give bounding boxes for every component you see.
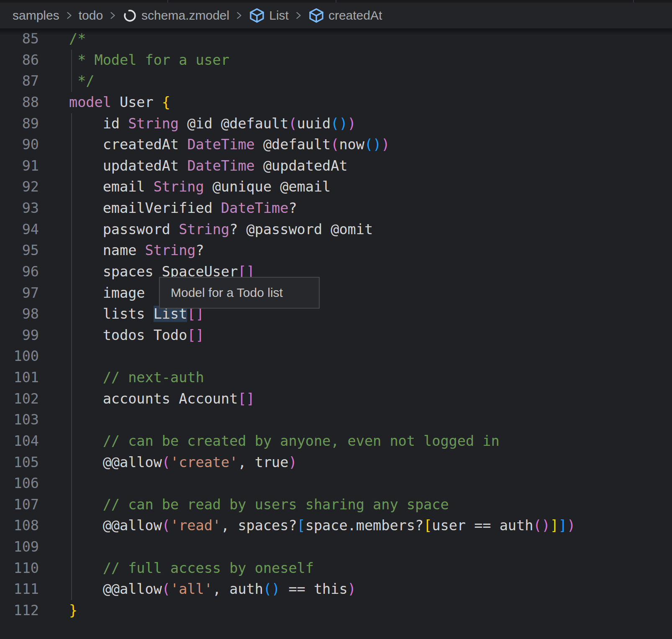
code-text: * Model for a user <box>39 50 229 71</box>
code-token: ? <box>196 242 204 258</box>
chevron-right-icon <box>107 10 118 21</box>
code-token: ) <box>381 136 390 153</box>
line-number: 104 <box>0 431 39 452</box>
breadcrumb-item-schema-zmodel[interactable]: schema.zmodel <box>122 8 229 23</box>
code-token: ( <box>162 581 170 597</box>
code-line-97[interactable]: 97 image <box>0 283 672 304</box>
breadcrumb-label: schema.zmodel <box>141 8 229 23</box>
code-line-90[interactable]: 90 createdAt DateTime @default(now()) <box>0 134 672 156</box>
line-number: 109 <box>0 537 39 558</box>
code-token: ) <box>348 115 356 132</box>
breadcrumb-item-todo[interactable]: todo <box>79 8 103 23</box>
code-text: emailVerified DateTime? <box>39 198 297 219</box>
code-text: password String? @password @omit <box>39 219 373 240</box>
line-number: 102 <box>0 389 39 410</box>
code-line-99[interactable]: 99 todos Todo[] <box>0 325 672 346</box>
code-token: () <box>364 136 381 153</box>
code-token: [] <box>187 327 204 343</box>
breadcrumb-item-list[interactable]: List <box>249 7 289 24</box>
code-token: 'read' <box>170 517 221 534</box>
breadcrumb-label: List <box>269 8 289 23</box>
code-editor[interactable]: 85/*86 * Model for a user87 */88model Us… <box>0 28 672 639</box>
code-token: @id @default <box>179 115 288 132</box>
chevron-right-icon <box>233 10 245 21</box>
code-token: // can be created by anyone, even not lo… <box>69 433 500 449</box>
code-line-107[interactable]: 107 // can be read by users sharing any … <box>0 494 672 516</box>
code-line-106[interactable]: 106 <box>0 473 672 494</box>
code-token: ( <box>162 454 170 470</box>
code-text: updatedAt DateTime @updatedAt <box>39 156 348 177</box>
line-number: 90 <box>0 134 39 156</box>
line-number: 96 <box>0 261 39 283</box>
code-token: @@allow <box>69 517 162 534</box>
code-line-91[interactable]: 91 updatedAt DateTime @updatedAt <box>0 156 672 177</box>
line-number: 101 <box>0 367 39 389</box>
code-line-110[interactable]: 110 // full access by oneself <box>0 558 672 579</box>
code-line-105[interactable]: 105 @@allow('create', true) <box>0 452 672 473</box>
code-token: name <box>69 242 145 258</box>
code-token: ? @password @omit <box>229 221 373 238</box>
line-number: 107 <box>0 494 39 516</box>
code-line-108[interactable]: 108 @@allow('read', spaces?[space.member… <box>0 515 672 537</box>
breadcrumb-label: createdAt <box>328 8 382 23</box>
code-token: space.members? <box>305 517 423 534</box>
code-token: ( <box>288 115 297 132</box>
line-number: 105 <box>0 452 39 473</box>
code-token: */ <box>69 73 95 89</box>
code-token: [ <box>423 517 432 534</box>
chevron-right-icon <box>63 10 75 21</box>
code-line-94[interactable]: 94 password String? @password @omit <box>0 219 672 240</box>
code-token: image <box>69 285 145 301</box>
line-number: 112 <box>0 600 39 621</box>
code-token: ? <box>288 200 297 216</box>
code-text: model User { <box>39 92 170 113</box>
line-number: 106 <box>0 473 39 494</box>
code-line-112[interactable]: 112} <box>0 600 672 621</box>
code-token: @default <box>255 136 331 153</box>
code-line-109[interactable]: 109 <box>0 537 672 558</box>
line-number: 89 <box>0 113 39 135</box>
code-token: [ <box>297 517 305 534</box>
code-token: () <box>331 115 347 132</box>
code-line-104[interactable]: 104 // can be created by anyone, even no… <box>0 431 672 452</box>
code-token: lists <box>69 306 154 322</box>
code-line-89[interactable]: 89 id String @id @default(uuid()) <box>0 113 672 135</box>
code-token: () <box>533 517 550 534</box>
code-token: DateTime <box>187 158 254 174</box>
code-line-85[interactable]: 85/* <box>0 28 672 50</box>
breadcrumb-label: todo <box>79 8 103 23</box>
code-text: } <box>39 600 77 621</box>
code-line-88[interactable]: 88model User { <box>0 92 672 113</box>
code-token: * Model for a user <box>69 52 229 68</box>
code-line-100[interactable]: 100 <box>0 346 672 367</box>
code-token: ( <box>331 136 339 153</box>
code-token: , spaces? <box>221 517 297 534</box>
code-line-87[interactable]: 87 */ <box>0 71 672 92</box>
breadcrumb-item-samples[interactable]: samples <box>13 8 59 23</box>
code-token: User <box>111 94 162 110</box>
code-token: model <box>69 94 111 110</box>
cube-icon <box>249 7 265 24</box>
code-line-86[interactable]: 86 * Model for a user <box>0 50 672 71</box>
code-line-98[interactable]: 98 lists List[] <box>0 304 672 325</box>
line-number: 87 <box>0 71 39 92</box>
line-number: 100 <box>0 346 39 367</box>
code-line-95[interactable]: 95 name String? <box>0 240 672 261</box>
code-token: @@allow <box>69 454 162 470</box>
code-line-103[interactable]: 103 <box>0 409 672 431</box>
code-line-96[interactable]: 96 spaces SpaceUser[] <box>0 261 672 283</box>
code-line-111[interactable]: 111 @@allow('all', auth() == this) <box>0 579 672 600</box>
breadcrumb-item-createdat[interactable]: createdAt <box>308 7 382 24</box>
code-token: String <box>154 179 204 195</box>
code-line-102[interactable]: 102 accounts Account[] <box>0 389 672 410</box>
code-text: name String? <box>39 240 204 261</box>
code-line-92[interactable]: 92 email String @unique @email <box>0 176 672 198</box>
code-line-101[interactable]: 101 // next-auth <box>0 367 672 389</box>
code-text: /* <box>39 28 86 50</box>
line-number: 94 <box>0 219 39 240</box>
code-token: ] <box>550 517 559 534</box>
code-line-93[interactable]: 93 emailVerified DateTime? <box>0 198 672 219</box>
code-token: uuid <box>297 115 331 132</box>
code-text: @@allow('all', auth() == this) <box>39 579 356 600</box>
code-editor-window: samplestodoschema.zmodelListcreatedAt 85… <box>0 0 672 639</box>
